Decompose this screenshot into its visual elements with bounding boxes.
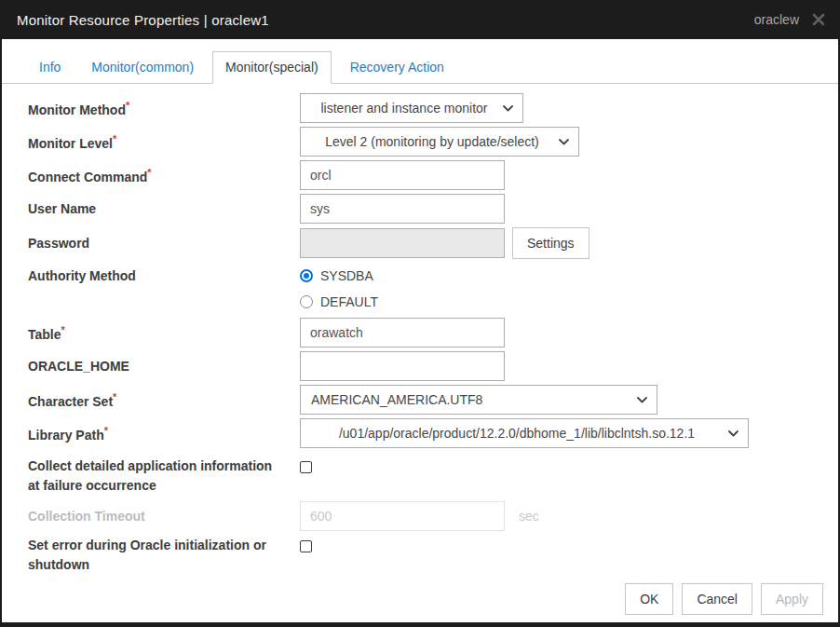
user-name-row: User Name [28,194,821,224]
close-icon [812,13,825,26]
tab-bar: Info Monitor(common) Monitor(special) Re… [2,39,838,84]
library-path-select[interactable]: /u01/app/oracle/product/12.2.0/dbhome_1/… [300,418,749,448]
user-name-label: User Name [28,199,300,219]
table-label: Table* [28,320,300,345]
set-error-row: Set error during Oracle initialization o… [28,536,821,577]
oracle-home-input[interactable] [300,351,505,381]
connect-command-label: Connect Command* [28,163,300,187]
set-error-checkbox[interactable] [300,540,312,552]
collection-timeout-unit: sec [519,509,539,524]
collection-timeout-input [300,501,505,531]
tab-info[interactable]: Info [27,52,73,83]
character-set-select[interactable]: AMERICAN_AMERICA.UTF8 [300,385,657,415]
form-content: Monitor Method* listener and instance mo… [2,84,838,577]
monitor-level-row: Monitor Level* Level 2 (monitoring by up… [28,127,821,157]
dialog-title: Monitor Resource Properties | oraclew1 [17,12,269,28]
authority-method-radio-group: SYSDBA DEFAULT [300,263,378,315]
connect-command-input[interactable] [300,160,505,190]
password-label: Password [28,234,300,253]
tab-recovery-action[interactable]: Recovery Action [338,52,456,83]
chevron-down-icon [559,139,569,145]
ok-button[interactable]: OK [625,583,673,615]
required-mark: * [113,133,116,144]
chevron-down-icon [503,105,513,112]
monitor-method-label: Monitor Method* [28,96,300,120]
radio-option-default[interactable]: DEFAULT [300,289,378,315]
table-row: Table* [28,318,821,348]
chevron-down-icon [728,430,738,437]
password-input [300,228,505,258]
collect-detail-row: Collect detailed application information… [28,457,821,498]
collection-timeout-row: Collection Timeout sec [28,501,821,531]
close-button[interactable] [812,13,825,26]
cancel-button[interactable]: Cancel [682,583,752,615]
required-mark: * [104,425,108,436]
apply-button[interactable]: Apply [761,583,823,615]
character-set-label: Character Set* [28,388,300,412]
radio-selected-icon [300,269,313,282]
authority-method-row: Authority Method SYSDBA DEFAULT [28,263,821,315]
set-error-label: Set error during Oracle initialization o… [28,536,300,575]
required-mark: * [61,324,65,335]
connect-command-row: Connect Command* [28,160,821,190]
window-badge-label: oraclew [754,12,799,27]
library-path-label: Library Path* [28,421,300,445]
required-mark: * [147,167,151,178]
footer-button-bar: OK Cancel Apply [625,583,823,615]
library-path-row: Library Path* /u01/app/oracle/product/12… [28,418,821,448]
user-name-input[interactable] [300,194,505,224]
monitor-method-select[interactable]: listener and instance monitor [300,93,523,123]
password-settings-button[interactable]: Settings [512,227,589,259]
password-row: Password Settings [28,227,821,259]
chevron-down-icon [637,397,647,403]
required-mark: * [113,391,116,402]
monitor-resource-properties-dialog: Monitor Resource Properties | oraclew1 o… [0,0,840,627]
collection-timeout-label: Collection Timeout [28,507,300,526]
authority-method-label: Authority Method [28,263,300,286]
tab-monitor-common[interactable]: Monitor(common) [79,52,206,83]
table-input[interactable] [300,318,505,348]
character-set-row: Character Set* AMERICAN_AMERICA.UTF8 [28,385,821,415]
required-mark: * [126,100,129,111]
tab-monitor-special[interactable]: Monitor(special) [212,51,332,84]
oracle-home-label: ORACLE_HOME [28,357,300,376]
oracle-home-row: ORACLE_HOME [28,351,821,381]
monitor-level-select[interactable]: Level 2 (monitoring by update/select) [300,127,579,157]
monitor-level-label: Monitor Level* [28,129,300,154]
radio-option-sysdba[interactable]: SYSDBA [300,263,378,289]
collect-detail-checkbox[interactable] [300,461,312,473]
collect-detail-label: Collect detailed application information… [28,457,300,496]
title-bar: Monitor Resource Properties | oraclew1 o… [2,0,838,39]
radio-unselected-icon [300,295,313,308]
monitor-method-row: Monitor Method* listener and instance mo… [28,93,821,123]
